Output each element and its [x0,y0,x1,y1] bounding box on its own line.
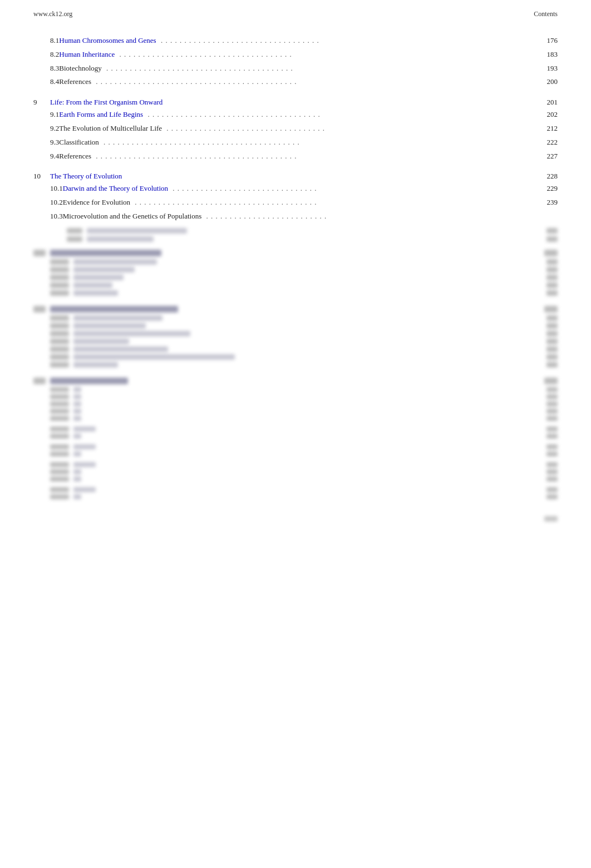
site-domain: 12.org [56,10,73,18]
blurred-section-1 [33,228,558,242]
chapter-9: 9 Life: From the First Organism Onward 2… [33,98,558,107]
section-num-8-1: 8.1 [33,35,59,47]
blurred-chapter-11 [33,250,558,296]
dots-8-1: . . . . . . . . . . . . . . . . . . . . … [159,35,539,47]
dots-9-3: . . . . . . . . . . . . . . . . . . . . … [101,137,539,148]
chapter-10-sections: 10.1 Darwin and the Theory of Evolution … [33,183,558,222]
site-prefix: www. [33,10,49,18]
section-page-10-1: 229 [541,183,558,195]
toc-container: 8.1 Human Chromosomes and Genes . . . . … [0,24,591,544]
section-title-9-4: References [59,151,91,162]
section-title-8-2[interactable]: Human Inheritance [59,49,115,61]
section-page-10-2: 239 [541,197,558,209]
blurred-page-num [33,516,558,522]
section-page-9-1: 202 [541,109,558,121]
section-num-8-3: 8.3 [33,63,59,75]
page-header: www.ck12.org Contents [0,0,591,24]
header-right-label: Contents [534,10,558,18]
chapter-10: 10 The Theory of Evolution 228 [33,172,558,181]
section-num-8-2: 8.2 [33,49,59,61]
section-num-10-3: 10.3 [33,211,63,222]
toc-row-9-4: 9.4 References . . . . . . . . . . . . .… [33,151,558,162]
chapter-8-sections: 8.1 Human Chromosomes and Genes . . . . … [33,35,558,88]
dots-9-4: . . . . . . . . . . . . . . . . . . . . … [93,151,539,162]
section-num-8-4: 8.4 [33,76,59,88]
section-title-10-3: Microevolution and the Genetics of Popul… [63,211,201,222]
section-page-8-4: 200 [541,76,558,88]
blurred-chapter-13 [33,378,558,499]
section-title-8-3: Biotechnology [59,63,102,75]
chapter-num-10: 10 [33,172,50,181]
toc-row-10-1: 10.1 Darwin and the Theory of Evolution … [33,183,558,195]
section-num-9-2: 9.2 [33,123,59,135]
toc-row-8-3: 8.3 Biotechnology . . . . . . . . . . . … [33,63,558,75]
toc-row-8-2: 8.2 Human Inheritance . . . . . . . . . … [33,49,558,61]
dots-9-2: . . . . . . . . . . . . . . . . . . . . … [164,123,539,135]
chapter-title-9[interactable]: Life: From the First Organism Onward [50,98,541,107]
dots-8-3: . . . . . . . . . . . . . . . . . . . . … [104,63,539,75]
chapter-page-10: 228 [547,172,558,181]
site-ck: ck [49,10,55,18]
blurred-chapter-12 [33,306,558,368]
section-page-8-2: 183 [541,49,558,61]
dots-10-2: . . . . . . . . . . . . . . . . . . . . … [132,197,539,209]
section-title-9-2: The Evolution of Multicellular Life [59,123,162,135]
section-num-10-1: 10.1 [33,183,63,195]
chapter-num-9: 9 [33,98,50,107]
dots-8-4: . . . . . . . . . . . . . . . . . . . . … [93,76,539,88]
toc-row-10-3: 10.3 Microevolution and the Genetics of … [33,211,558,222]
section-title-8-1[interactable]: Human Chromosomes and Genes [59,35,156,47]
chapter-9-sections: 9.1 Earth Forms and Life Begins . . . . … [33,109,558,162]
dots-10-1: . . . . . . . . . . . . . . . . . . . . … [170,183,539,195]
section-title-9-3: Classification [59,137,99,148]
section-num-10-2: 10.2 [33,197,63,209]
dots-8-2: . . . . . . . . . . . . . . . . . . . . … [117,49,539,61]
dots-9-1: . . . . . . . . . . . . . . . . . . . . … [145,109,539,121]
section-page-9-3: 222 [541,137,558,148]
section-title-9-1[interactable]: Earth Forms and Life Begins [59,109,143,121]
toc-row-10-2: 10.2 Evidence for Evolution . . . . . . … [33,197,558,209]
section-num-9-3: 9.3 [33,137,59,148]
section-num-9-4: 9.4 [33,151,59,162]
toc-row-9-1: 9.1 Earth Forms and Life Begins . . . . … [33,109,558,121]
dots-10-3: . . . . . . . . . . . . . . . . . . . . … [204,211,539,222]
chapter-page-9: 201 [547,98,558,107]
chapter-title-10[interactable]: The Theory of Evolution [50,172,541,181]
section-page-9-4: 227 [541,151,558,162]
section-page-8-3: 193 [541,63,558,75]
toc-row-8-1: 8.1 Human Chromosomes and Genes . . . . … [33,35,558,47]
toc-row-9-2: 9.2 The Evolution of Multicellular Life … [33,123,558,135]
site-url: www.ck12.org [33,10,72,18]
toc-row-8-4: 8.4 References . . . . . . . . . . . . .… [33,76,558,88]
section-page-9-2: 212 [541,123,558,135]
section-title-10-1[interactable]: Darwin and the Theory of Evolution [63,183,168,195]
section-page-8-1: 176 [541,35,558,47]
section-title-8-4: References [59,76,91,88]
toc-row-9-3: 9.3 Classification . . . . . . . . . . .… [33,137,558,148]
section-title-10-2: Evidence for Evolution [63,197,130,209]
section-num-9-1: 9.1 [33,109,59,121]
